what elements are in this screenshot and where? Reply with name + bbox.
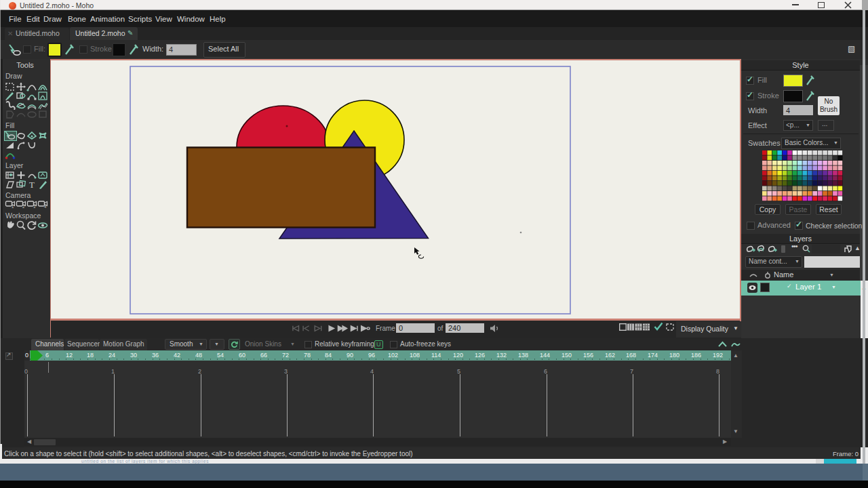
svg-text:T: T bbox=[29, 180, 35, 189]
